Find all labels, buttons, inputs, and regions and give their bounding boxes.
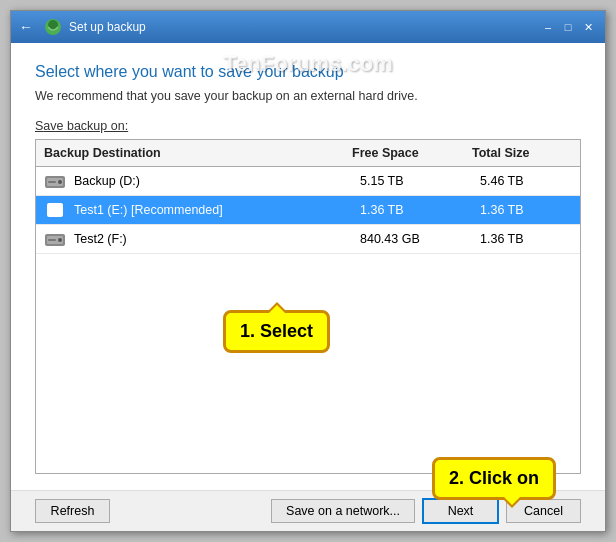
main-window: ← Set up backup – □ ✕ TenForums.com Sele… [10, 10, 606, 532]
title-bar-controls: – □ ✕ [539, 18, 597, 36]
footer-right: Save on a network... Next Cancel [271, 499, 581, 523]
row-name-test2: Test2 (F:) [74, 232, 127, 246]
row-freespace-backup: 5.15 TB [352, 174, 472, 188]
table-header: Backup Destination Free Space Total Size [36, 140, 580, 167]
col-total-size: Total Size [472, 144, 572, 162]
row-totalsize-test2: 1.36 TB [472, 232, 572, 246]
svg-point-4 [58, 180, 62, 184]
table-row[interactable]: Backup (D:) 5.15 TB 5.46 TB [36, 167, 580, 196]
footer-left: Refresh [35, 499, 110, 523]
hdd2-icon [44, 230, 66, 248]
usb-icon [44, 201, 66, 219]
table-row[interactable]: Test2 (F:) 840.43 GB 1.36 TB [36, 225, 580, 254]
page-title: Select where you want to save your backu… [35, 63, 581, 81]
table-row[interactable]: Test1 (E:) [Recommended] 1.36 TB 1.36 TB [36, 196, 580, 225]
backup-icon [43, 17, 63, 37]
row-destination-test1: Test1 (E:) [Recommended] [44, 201, 352, 219]
refresh-button[interactable]: Refresh [35, 499, 110, 523]
hdd-icon [44, 172, 66, 190]
callout-click-bubble: 2. Click on [432, 457, 556, 500]
row-freespace-test2: 840.43 GB [352, 232, 472, 246]
recommendation-text: We recommend that you save your backup o… [35, 89, 581, 103]
svg-rect-8 [52, 208, 58, 212]
row-totalsize-test1: 1.36 TB [472, 203, 572, 217]
save-label: Save backup on: [35, 119, 581, 133]
save-network-button[interactable]: Save on a network... [271, 499, 415, 523]
content-area: Select where you want to save your backu… [11, 43, 605, 490]
back-button[interactable]: ← [19, 19, 33, 35]
svg-rect-12 [48, 239, 56, 241]
window-title: Set up backup [69, 20, 146, 34]
close-button[interactable]: ✕ [579, 18, 597, 36]
next-button[interactable]: Next [423, 499, 498, 523]
col-free-space: Free Space [352, 144, 472, 162]
title-bar-left: ← Set up backup [19, 17, 539, 37]
title-bar: ← Set up backup – □ ✕ [11, 11, 605, 43]
maximize-button[interactable]: □ [559, 18, 577, 36]
row-name-backup: Backup (D:) [74, 174, 140, 188]
callout-click: 2. Click on [432, 457, 556, 500]
callout-select: 1. Select [223, 310, 330, 353]
col-destination: Backup Destination [44, 144, 352, 162]
backup-destinations-table: Backup Destination Free Space Total Size… [35, 139, 581, 474]
row-name-test1: Test1 (E:) [Recommended] [74, 203, 223, 217]
row-destination-test2: Test2 (F:) [44, 230, 352, 248]
svg-point-11 [58, 238, 62, 242]
row-totalsize-backup: 5.46 TB [472, 174, 572, 188]
svg-rect-5 [48, 181, 56, 183]
row-freespace-test1: 1.36 TB [352, 203, 472, 217]
row-destination-backup: Backup (D:) [44, 172, 352, 190]
callout-select-bubble: 1. Select [223, 310, 330, 353]
minimize-button[interactable]: – [539, 18, 557, 36]
